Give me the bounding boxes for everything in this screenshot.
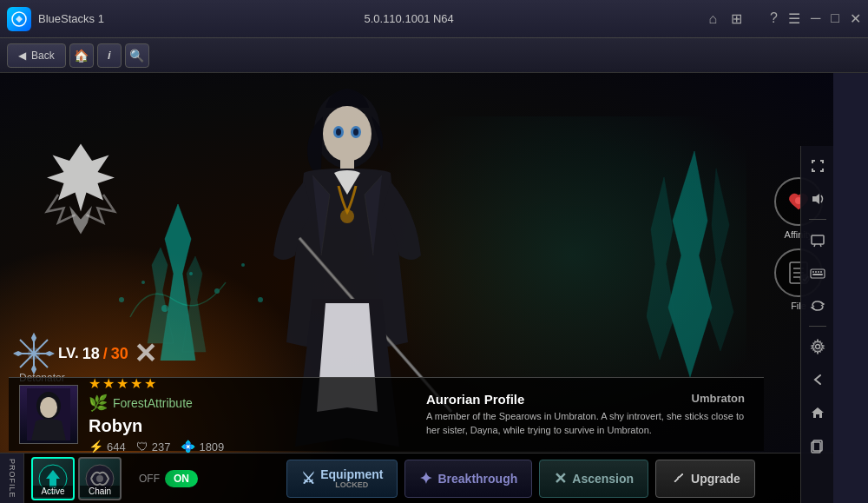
char-main-info: ★ ★ ★ ★ ★ 🌿 ForestAttribute Robyn ⚡ 644 … <box>89 375 407 453</box>
back-arrow-icon: ◀ <box>18 50 26 62</box>
back-toolbar-button[interactable] <box>805 367 831 393</box>
upgrade-label: Upgrade <box>691 472 740 486</box>
info-nav-button[interactable]: i <box>97 43 122 68</box>
char-attribute: 🌿 ForestAttribute <box>89 394 407 413</box>
back-button[interactable]: ◀ Back <box>7 43 66 68</box>
ascension-label: Ascension <box>572 472 634 486</box>
level-icon <box>13 333 55 374</box>
level-current: 18 <box>82 345 100 363</box>
crystal-right <box>647 151 742 381</box>
def-icon: 🛡 <box>136 440 148 453</box>
volume-button[interactable] <box>805 186 831 212</box>
chain-skill-label: Chain <box>80 486 120 497</box>
settings-button[interactable] <box>805 334 831 360</box>
star-5: ★ <box>144 375 156 392</box>
right-toolbar <box>800 146 833 503</box>
equipment-label: Equipment <box>320 467 383 481</box>
toggle-area: OFF ON <box>128 470 208 487</box>
svg-line-48 <box>820 244 821 247</box>
svg-point-29 <box>29 348 39 359</box>
action-bar: PROFILE Active <box>0 453 833 503</box>
home-toolbar-button[interactable] <box>805 400 831 426</box>
home-icon[interactable]: ⌂ <box>708 11 717 27</box>
svg-point-24 <box>258 297 263 302</box>
svg-marker-30 <box>32 334 36 341</box>
level-separator: / <box>103 345 108 363</box>
maximize-icon[interactable]: □ <box>831 10 839 27</box>
back-label: Back <box>31 50 55 62</box>
info-nav-icon: i <box>108 49 111 62</box>
svg-marker-6 <box>647 177 674 360</box>
char-info-panel: ★ ★ ★ ★ ★ 🌿 ForestAttribute Robyn ⚡ 644 … <box>9 377 764 451</box>
ascension-button[interactable]: ✕ Ascension <box>539 460 648 498</box>
svg-point-20 <box>161 305 168 312</box>
keyboard-button[interactable] <box>805 260 831 286</box>
svg-point-55 <box>815 345 819 349</box>
layers-icon[interactable]: ⊞ <box>731 10 742 27</box>
star-2: ★ <box>102 375 115 392</box>
stat-def: 🛡 237 <box>136 440 171 453</box>
zoom-nav-button[interactable]: 🔍 <box>125 43 149 68</box>
profile-text: A member of the Spearows in Umbraton. A … <box>426 410 745 438</box>
fullscreen-button[interactable] <box>805 153 831 179</box>
window-controls: ? ☰ ─ □ ✕ <box>770 10 861 27</box>
svg-point-42 <box>40 397 57 418</box>
star-3: ★ <box>116 375 128 392</box>
active-skill-button[interactable]: Active <box>31 457 75 500</box>
stat-hp: ⚡ 644 <box>89 440 126 453</box>
app-version: 5.0.110.1001 N64 <box>364 12 453 25</box>
home-nav-button[interactable]: 🏠 <box>69 43 94 68</box>
svg-point-9 <box>323 106 372 162</box>
svg-point-23 <box>241 263 245 267</box>
svg-point-1 <box>72 172 90 190</box>
star-4: ★ <box>130 375 142 392</box>
skill-area: Active Chain <box>24 453 128 503</box>
hp-value: 644 <box>107 440 126 453</box>
zoom-nav-icon: 🔍 <box>129 49 144 63</box>
toggle-off-label: OFF <box>139 473 160 485</box>
level-badge: LV. 18 / 30 ✕ <box>13 333 157 374</box>
breakthrough-icon: ✦ <box>419 469 432 488</box>
svg-line-47 <box>814 244 815 247</box>
energy-particles <box>104 213 278 347</box>
chain-skill-button[interactable]: Chain <box>78 457 122 500</box>
tv-button[interactable] <box>805 227 831 253</box>
minimize-icon[interactable]: ─ <box>811 10 820 27</box>
locked-badge: LOCKED <box>320 481 383 489</box>
navbar: ◀ Back 🏠 i 🔍 <box>0 38 868 73</box>
equipment-button[interactable]: ⚔ Equipment LOCKED <box>286 460 398 498</box>
profile-tab[interactable]: PROFILE <box>0 453 24 504</box>
svg-rect-46 <box>812 235 824 244</box>
level-max: 30 <box>111 345 128 363</box>
rotate-button[interactable] <box>805 293 831 319</box>
char-stats: ⚡ 644 🛡 237 💠 1809 <box>89 440 407 453</box>
svg-point-19 <box>141 281 145 284</box>
app-logo <box>7 7 31 31</box>
profile-title: Aurorian Profile <box>426 392 524 407</box>
equipment-icon: ⚔ <box>301 469 315 488</box>
svg-point-12 <box>336 129 341 136</box>
close-icon[interactable]: ✕ <box>850 10 861 27</box>
char-thumb-inner <box>20 386 77 443</box>
menu-icon[interactable]: ☰ <box>788 10 800 27</box>
svg-marker-5 <box>668 151 712 377</box>
svg-point-13 <box>353 129 358 136</box>
region-name: Umbraton <box>692 392 745 405</box>
def-value: 237 <box>152 440 171 453</box>
char-name: Robyn <box>89 416 407 436</box>
attribute-icon: 🌿 <box>89 394 108 413</box>
star-1: ★ <box>89 375 101 392</box>
action-buttons: ⚔ Equipment LOCKED ✦ Breakthrough ✕ Asce… <box>208 460 833 498</box>
char-stars: ★ ★ ★ ★ ★ <box>89 375 407 392</box>
profile-section: Aurorian Profile Umbraton A member of th… <box>418 388 753 441</box>
profile-tab-label: PROFILE <box>8 459 16 499</box>
toggle-on-button[interactable]: ON <box>165 470 198 487</box>
recents-toolbar-button[interactable] <box>805 433 831 459</box>
breakthrough-button[interactable]: ✦ Breakthrough <box>404 460 532 498</box>
upgrade-icon: ⟋ <box>670 469 686 487</box>
question-icon[interactable]: ? <box>770 10 778 27</box>
titlebar-icons: ⌂ ⊞ ? ☰ ─ □ ✕ <box>708 10 861 27</box>
svg-point-45 <box>96 475 103 482</box>
upgrade-button[interactable]: ⟋ Upgrade <box>655 460 755 498</box>
toolbar-separator-2 <box>809 326 826 327</box>
